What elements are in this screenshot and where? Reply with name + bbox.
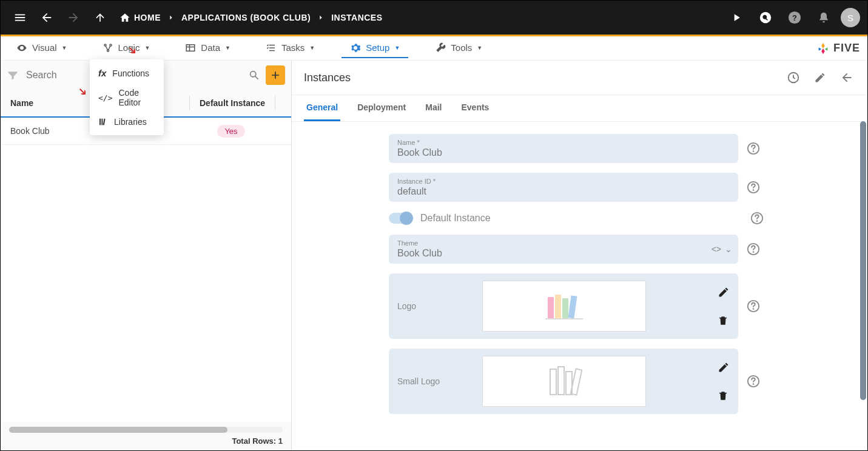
dropdown-code-editor[interactable]: </> Code Editor [90, 83, 164, 112]
svg-rect-6 [187, 44, 195, 51]
breadcrumb-home[interactable]: HOME [119, 12, 161, 23]
chevron-down-icon: ▼ [225, 45, 230, 51]
tab-mail[interactable]: Mail [423, 95, 444, 121]
chevron-down-icon: ▼ [62, 45, 67, 51]
chevron-down-icon: ▼ [309, 45, 315, 51]
menu-tasks[interactable]: Tasks ▼ [257, 39, 323, 58]
edit-button[interactable] [812, 69, 829, 86]
svg-rect-12 [99, 119, 101, 125]
help-icon[interactable] [747, 242, 760, 256]
theme-field[interactable]: Theme Book Club <> ⌄ [389, 235, 738, 264]
svg-text:?: ? [792, 13, 797, 22]
breadcrumb-instances[interactable]: INSTANCES [331, 13, 382, 22]
help-icon[interactable] [747, 181, 760, 194]
menu-logic[interactable]: Logic ▼ [94, 39, 159, 58]
theme-value: Book Club [397, 248, 730, 259]
topbar-left: HOME APPLICATIONS (BOOK CLUB) INSTANCES [8, 5, 383, 30]
instance-id-value: default [397, 186, 730, 197]
back-arrow-button[interactable] [838, 69, 855, 86]
tab-deployment[interactable]: Deployment [355, 95, 408, 121]
svg-point-3 [104, 44, 106, 46]
help-icon[interactable] [747, 142, 760, 155]
table-icon [185, 42, 196, 53]
menu-bar: Visual ▼ Logic ▼ Data ▼ Tasks ▼ Setup ▼ … [1, 36, 867, 61]
dropdown-functions[interactable]: fx Functions [90, 63, 164, 83]
vertical-scrollbar[interactable] [860, 121, 866, 400]
instance-id-field[interactable]: Instance ID * default [389, 173, 738, 202]
logic-dropdown: fx Functions </> Code Editor Libraries [90, 59, 164, 135]
menu-setup[interactable]: Setup ▼ [341, 39, 408, 58]
hamburger-icon[interactable] [8, 5, 32, 30]
forward-button [61, 5, 86, 30]
breadcrumb: HOME APPLICATIONS (BOOK CLUB) INSTANCES [119, 12, 383, 23]
dropdown-functions-label: Functions [112, 68, 149, 78]
chevron-down-icon: ▼ [477, 45, 482, 51]
bell-icon[interactable] [812, 5, 836, 30]
help-icon[interactable] [747, 375, 760, 388]
delete-small-logo-button[interactable] [718, 390, 730, 401]
tab-events[interactable]: Events [459, 95, 492, 121]
field-row-theme: Theme Book Club <> ⌄ [389, 235, 853, 264]
svg-point-23 [753, 252, 754, 252]
cell-default: Yes [183, 118, 280, 144]
svg-point-30 [753, 309, 754, 309]
default-instance-toggle[interactable] [389, 213, 412, 224]
select-indicators: <> ⌄ [712, 244, 732, 254]
top-bar: HOME APPLICATIONS (BOOK CLUB) INSTANCES … [1, 1, 867, 35]
total-label: Total Rows: [232, 436, 276, 446]
play-icon[interactable] [724, 5, 749, 30]
magnify-circle-icon[interactable] [753, 5, 778, 30]
help-icon[interactable] [747, 299, 760, 313]
logic-icon [103, 42, 113, 53]
pencil-icon [718, 286, 730, 298]
help-icon[interactable]: ? [782, 5, 807, 30]
trash-icon [718, 390, 728, 401]
dropdown-libraries[interactable]: Libraries [90, 112, 164, 132]
name-field[interactable]: Name * Book Club [389, 134, 738, 163]
tab-general[interactable]: General [304, 95, 340, 121]
svg-rect-14 [103, 119, 106, 125]
edit-logo-button[interactable] [718, 286, 730, 298]
trash-icon [718, 315, 728, 326]
search-icon[interactable] [247, 68, 261, 82]
back-button[interactable] [35, 5, 59, 30]
history-button[interactable] [785, 69, 802, 86]
checklist-icon [266, 42, 277, 53]
column-name[interactable]: Name [1, 90, 92, 116]
filter-icon[interactable] [7, 69, 19, 81]
table-footer: Total Rows: 1 [1, 422, 291, 450]
logo-label: Logo [397, 301, 470, 311]
name-value: Book Club [397, 147, 730, 158]
avatar[interactable]: S [841, 8, 860, 27]
menu-data[interactable]: Data ▼ [177, 39, 239, 58]
edit-small-logo-button[interactable] [718, 361, 730, 373]
chevron-right-icon [317, 13, 325, 22]
svg-rect-27 [568, 295, 577, 318]
breadcrumb-applications-label: APPLICATIONS (BOOK CLUB) [181, 13, 311, 22]
delete-logo-button[interactable] [718, 315, 730, 326]
up-button[interactable] [88, 5, 112, 30]
panel-header: Instances [292, 61, 867, 95]
horizontal-scrollbar[interactable] [9, 427, 283, 433]
add-button[interactable] [266, 65, 285, 85]
menu-tasks-label: Tasks [281, 42, 304, 53]
svg-rect-13 [101, 119, 103, 125]
column-default-instance[interactable]: Default Instance [190, 90, 275, 116]
dropdown-libraries-label: Libraries [114, 117, 147, 127]
svg-point-21 [757, 221, 758, 221]
field-row-instance-id: Instance ID * default [389, 173, 853, 202]
instance-id-label: Instance ID * [397, 178, 730, 185]
fx-icon: fx [98, 68, 106, 78]
books-outline-icon [543, 363, 585, 399]
menu-tools[interactable]: Tools ▼ [426, 39, 491, 58]
logo-actions [718, 286, 730, 326]
menu-visual[interactable]: Visual ▼ [8, 39, 76, 58]
breadcrumb-applications[interactable]: APPLICATIONS (BOOK CLUB) [181, 13, 311, 22]
brand-logo: FIVE [816, 42, 860, 55]
menu-data-label: Data [201, 42, 220, 53]
dropdown-code-editor-label: Code Editor [118, 88, 155, 107]
field-row-small-logo: Small Logo [389, 349, 853, 414]
clock-icon [787, 71, 800, 84]
avatar-initial: S [847, 13, 853, 23]
help-icon[interactable] [750, 212, 764, 225]
